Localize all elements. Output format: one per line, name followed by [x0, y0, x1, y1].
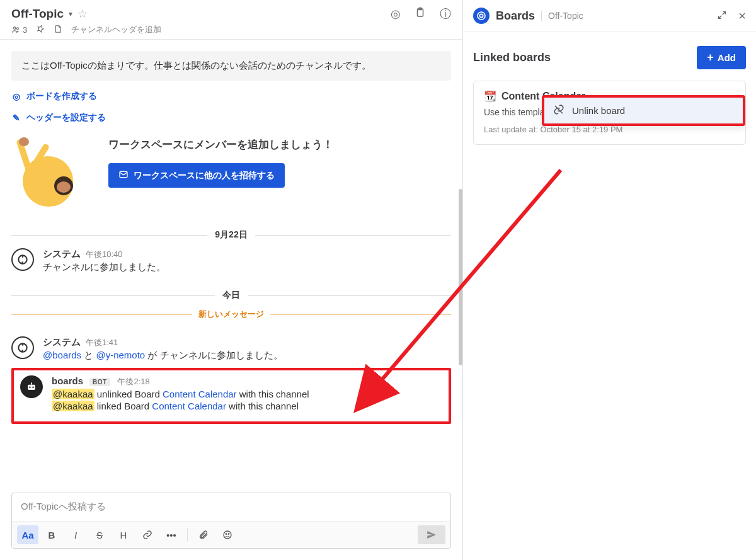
attachment-button[interactable] — [193, 525, 214, 544]
file-icon[interactable] — [54, 25, 62, 35]
strike-button[interactable]: S — [89, 525, 110, 544]
create-board-label: ボードを作成する — [26, 91, 97, 102]
unlink-menu-item[interactable]: Unlink board — [542, 95, 745, 126]
unlink-icon — [553, 104, 564, 117]
rhs-subtitle: Off-Topic — [541, 11, 583, 21]
system-post: システム午後10:40 チャンネルに参加しました。 — [11, 248, 451, 273]
post-text: @kaakaa unlinked Board Content Calendar … — [52, 389, 309, 399]
target-icon[interactable]: ◎ — [391, 7, 401, 21]
composer-toolbar: Aa B I S H ••• — [12, 521, 450, 548]
board-link[interactable]: Content Calendar — [163, 389, 237, 399]
format-toggle[interactable]: Aa — [17, 525, 38, 544]
info-icon[interactable]: ⓘ — [440, 6, 451, 21]
send-button[interactable] — [418, 525, 445, 544]
svg-point-8 — [29, 387, 31, 389]
unlink-label: Unlink board — [572, 105, 625, 116]
chevron-down-icon[interactable]: ▾ — [69, 9, 72, 18]
invite-illustration — [11, 137, 93, 213]
invite-button-label: ワークスペースに他の人を招待する — [134, 170, 275, 181]
board-link[interactable]: Content Calendar — [152, 401, 226, 411]
star-icon[interactable]: ☆ — [77, 7, 88, 21]
annotation-highlight: boards BOT 午後2:18 @kaakaa unlinked Board… — [11, 368, 451, 424]
bot-badge: BOT — [89, 378, 110, 386]
system-avatar — [11, 336, 34, 359]
calendar-icon: 📆 — [484, 90, 496, 102]
post-author: システム — [43, 336, 81, 347]
clipboard-icon[interactable] — [415, 7, 426, 21]
channel-name[interactable]: Off-Topic — [11, 7, 64, 21]
pencil-icon: ✎ — [11, 113, 21, 123]
rhs-header: Boards Off-Topic × — [463, 0, 756, 32]
post-text: @boards と @y-nemoto が チャンネルに参加しました。 — [43, 350, 283, 362]
heading-button[interactable]: H — [113, 525, 134, 544]
invite-button[interactable]: ワークスペースに他の人を招待する — [108, 163, 285, 188]
mention[interactable]: @y-nemoto — [96, 350, 145, 360]
expand-icon[interactable] — [717, 10, 727, 22]
system-post: システム午後1:41 @boards と @y-nemoto が チャンネルに参… — [11, 336, 451, 362]
channel-header: Off-Topic ▾ ☆ ◎ ⓘ 3 — [0, 0, 462, 40]
message-composer[interactable]: Off-Topicへ投稿する Aa B I S H ••• — [11, 493, 451, 549]
system-avatar — [11, 248, 34, 271]
svg-point-11 — [224, 531, 231, 539]
link-button[interactable] — [137, 525, 158, 544]
add-board-label: Add — [718, 52, 736, 63]
target-icon: ◎ — [11, 91, 21, 101]
pin-icon[interactable] — [36, 25, 45, 35]
composer-input[interactable]: Off-Topicへ投稿する — [12, 493, 450, 521]
svg-point-15 — [479, 14, 483, 17]
svg-point-2 — [14, 27, 16, 30]
italic-button[interactable]: I — [65, 525, 86, 544]
svg-point-3 — [16, 28, 18, 30]
svg-point-13 — [228, 534, 229, 534]
add-board-button[interactable]: + Add — [697, 46, 746, 69]
post-text: @kaakaa linked Board Content Calendar wi… — [52, 401, 309, 411]
linked-board-card[interactable]: 📆 Content Calendar ••• Use this template… — [473, 81, 746, 145]
linked-boards-heading: Linked boards — [473, 51, 551, 64]
post-time: 午後10:40 — [86, 249, 123, 259]
set-header-link[interactable]: ✎ ヘッダーを設定する — [11, 112, 451, 123]
plus-icon: + — [707, 51, 714, 64]
post-author: システム — [43, 248, 81, 259]
close-icon[interactable]: × — [738, 9, 746, 23]
post-author: boards — [52, 375, 83, 386]
channel-heading-placeholder[interactable]: チャンネルヘッダを追加 — [71, 24, 161, 35]
scrollbar[interactable] — [459, 189, 462, 365]
post-text: チャンネルに参加しました。 — [43, 261, 166, 273]
member-count[interactable]: 3 — [11, 25, 27, 35]
date-separator: 今日 — [11, 290, 451, 301]
member-count-value: 3 — [23, 25, 27, 35]
svg-rect-10 — [31, 382, 32, 384]
svg-point-12 — [226, 534, 226, 534]
board-card-meta: Last update at: October 15 at 2:19 PM — [484, 125, 735, 134]
mention-highlight[interactable]: @kaakaa — [52, 401, 94, 411]
mention-highlight[interactable]: @kaakaa — [52, 389, 94, 399]
svg-point-14 — [478, 12, 485, 20]
channel-intro: ここはOff-Topicの始まりです。仕事とは関係のない会話のためのチャンネルで… — [11, 51, 451, 81]
invite-title: ワークスペースにメンバーを追加しましょう！ — [108, 137, 333, 152]
post-time: 午後1:41 — [86, 338, 118, 347]
set-header-label: ヘッダーを設定する — [26, 112, 106, 123]
svg-point-9 — [32, 387, 34, 389]
new-messages-separator: 新しいメッセージ — [11, 309, 451, 320]
create-board-link[interactable]: ◎ ボードを作成する — [11, 91, 451, 102]
more-button[interactable]: ••• — [161, 525, 182, 544]
mail-icon — [118, 169, 129, 181]
emoji-button[interactable] — [217, 525, 238, 544]
date-separator: 9月22日 — [11, 229, 451, 241]
post-time: 午後2:18 — [117, 377, 149, 386]
svg-rect-7 — [28, 385, 35, 390]
bot-avatar — [20, 375, 43, 398]
mention[interactable]: @boards — [43, 350, 81, 360]
boards-logo-icon — [473, 8, 490, 24]
rhs-title: Boards — [496, 9, 535, 23]
bold-button[interactable]: B — [41, 525, 62, 544]
